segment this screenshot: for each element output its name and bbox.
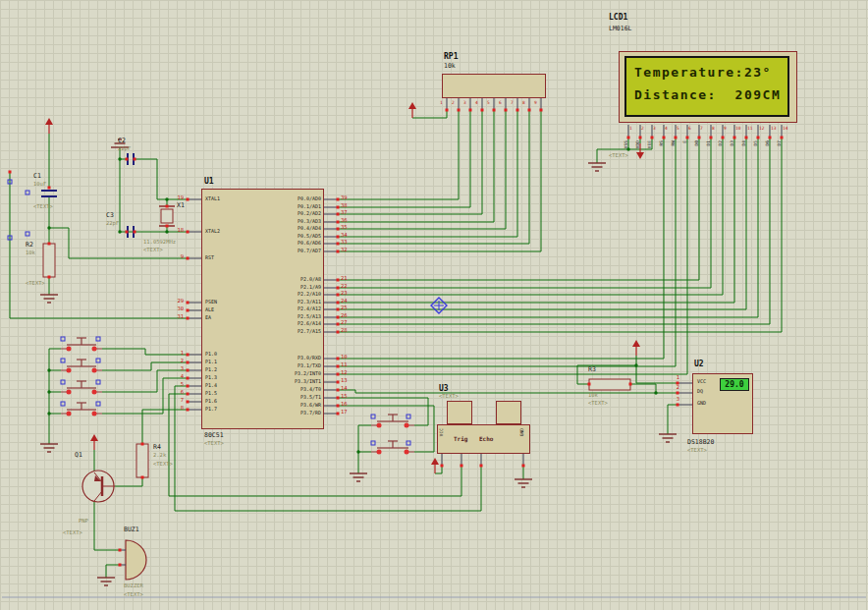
pin-mark [337, 365, 340, 368]
ground-terminal-icon[interactable] [659, 434, 677, 442]
c2-value: 22pF [118, 146, 131, 152]
u1-pin-number: 18 [166, 228, 184, 234]
u1-pin-name: P0.7/AD7 [241, 249, 321, 253]
push-button[interactable] [371, 441, 414, 455]
wire[interactable] [115, 477, 142, 486]
handle-mark [61, 402, 65, 406]
ground-terminal-icon[interactable] [40, 444, 58, 452]
schematic-graphics [0, 0, 868, 610]
pin-mark [337, 405, 340, 408]
handle-mark [26, 232, 29, 236]
wire[interactable] [135, 159, 188, 199]
power-terminal-icon[interactable] [632, 340, 640, 356]
power-terminal-icon[interactable] [431, 458, 439, 473]
wire[interactable] [338, 138, 699, 280]
pin-mark [745, 137, 748, 139]
wire[interactable] [338, 138, 758, 317]
wire[interactable] [338, 138, 664, 359]
wire[interactable] [338, 110, 529, 244]
wire[interactable] [338, 110, 459, 199]
wire[interactable] [338, 110, 482, 214]
u1-pin-name: P0.1/AD1 [241, 204, 321, 209]
wire[interactable] [10, 172, 188, 318]
u1-pin-name: P0.4/AD4 [241, 226, 321, 231]
wire[interactable] [412, 110, 447, 118]
wire[interactable] [142, 410, 188, 444]
wire[interactable] [338, 138, 723, 295]
lcd-pin-name: D2 [719, 140, 724, 145]
handle-mark [61, 337, 65, 341]
u1-pin-name: P3.7/RD [241, 411, 321, 416]
u1-pin-name: P2.2/A10 [241, 292, 321, 297]
ground-terminal-icon[interactable] [588, 163, 606, 171]
pin-mark [337, 302, 340, 305]
c2-capacitor[interactable] [128, 153, 134, 165]
x1-ref: X1 [177, 202, 185, 209]
u3-annot: <TEXT> [439, 394, 459, 400]
u2-pin-number: 3 [662, 397, 679, 403]
pin-mark [516, 109, 519, 112]
u1-pin-number: 35 [341, 225, 348, 231]
pin-mark [337, 323, 340, 326]
u3-gnd-label: GND [520, 428, 525, 436]
wire[interactable] [338, 138, 687, 374]
ground-terminal-icon[interactable] [350, 473, 367, 481]
ground-terminal-icon[interactable] [40, 295, 58, 303]
q1-transistor[interactable] [82, 471, 115, 502]
handle-mark [96, 380, 100, 384]
wire[interactable] [338, 406, 434, 452]
u1-pin-name: P2.5/A13 [241, 314, 321, 319]
c3-ref: C3 [106, 212, 114, 219]
lcd-pin-name: D0 [695, 140, 700, 145]
ground-terminal-icon[interactable] [97, 578, 115, 585]
pin-mark [337, 206, 340, 209]
x1-crystal[interactable] [159, 206, 175, 226]
wire[interactable] [338, 138, 734, 303]
r2-body[interactable] [43, 244, 55, 277]
r2-value: 10k [26, 250, 35, 256]
wire[interactable] [668, 405, 678, 434]
pin-mark [337, 243, 340, 246]
wire-junction [47, 390, 50, 393]
lcd-pin-name: RS [660, 140, 665, 145]
lcd-pin-number: 1 [629, 127, 632, 132]
power-terminal-icon[interactable] [45, 118, 53, 134]
u1-pin-name: P0.3/AD3 [241, 219, 321, 224]
wire[interactable] [338, 138, 746, 309]
u1-pin-number: 11 [341, 362, 348, 368]
c1-capacitor[interactable] [41, 191, 57, 196]
wire[interactable] [338, 110, 541, 251]
pin-mark [337, 279, 340, 282]
u1-pin-number: 14 [341, 386, 348, 392]
handle-mark [61, 359, 65, 362]
wire[interactable] [106, 565, 120, 578]
wire[interactable] [338, 110, 506, 229]
lcd-pin-name: RW [672, 140, 677, 145]
power-terminal-icon[interactable] [90, 434, 98, 450]
u2-pin-name: DQ [697, 389, 703, 394]
handle-mark [96, 359, 100, 362]
wire[interactable] [338, 138, 770, 324]
wire[interactable] [94, 501, 120, 550]
power-terminal-icon[interactable] [408, 102, 416, 118]
u3-vcc-label: VCC [440, 428, 445, 436]
u1-pin-number: 37 [341, 210, 348, 216]
u1-pin-number: 8 [166, 406, 184, 412]
wire[interactable] [358, 425, 371, 473]
r4-body[interactable] [136, 444, 148, 477]
wire[interactable] [338, 110, 470, 207]
u1-pin-name: PSEN [205, 300, 217, 305]
c2-ref: C2 [118, 138, 126, 144]
push-button[interactable] [371, 415, 414, 428]
ground-terminal-icon[interactable] [515, 479, 532, 487]
u1-pin-name: P1.6 [205, 399, 217, 404]
c1-annot: <TEXT> [33, 204, 53, 210]
buz1-buzzer[interactable] [120, 540, 146, 580]
wire[interactable] [49, 349, 61, 444]
wire[interactable] [338, 110, 517, 237]
r3-body[interactable] [589, 379, 630, 390]
wire[interactable] [338, 138, 711, 288]
wire[interactable] [175, 386, 481, 511]
schematic-canvas[interactable]: U180C51<TEXT>19XTAL118XTAL29RST29PSEN30A… [0, 0, 868, 610]
wire-junction [118, 230, 121, 233]
